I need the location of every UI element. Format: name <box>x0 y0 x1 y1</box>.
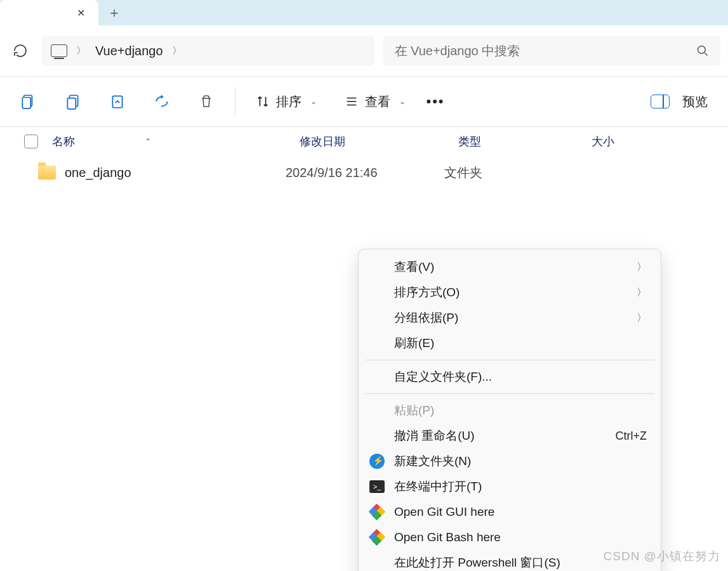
close-tab-icon[interactable]: ✕ <box>72 4 89 22</box>
column-type[interactable]: 类型 <box>458 134 592 149</box>
search-input[interactable] <box>395 44 646 58</box>
sort-label: 排序 <box>276 93 301 110</box>
active-tab[interactable]: ✕ <box>0 0 98 25</box>
cut-button[interactable] <box>55 86 91 117</box>
ctx-view[interactable]: 查看(V) 〉 <box>359 254 661 280</box>
svg-rect-2 <box>22 98 30 108</box>
column-size[interactable]: 大小 <box>592 134 668 149</box>
file-type: 文件夹 <box>444 164 578 181</box>
search-icon[interactable] <box>696 44 709 57</box>
separator <box>365 393 654 394</box>
tab-bar: ✕ ＋ <box>0 0 728 25</box>
chevron-down-icon: ⌄ <box>310 97 317 106</box>
git-icon <box>369 529 385 546</box>
share-button[interactable] <box>143 86 180 117</box>
chevron-right-icon: 〉 <box>172 44 182 58</box>
file-date: 2024/9/16 21:46 <box>286 166 444 180</box>
ctx-git-gui[interactable]: Open Git GUI here <box>359 499 661 525</box>
refresh-icon <box>13 43 28 58</box>
preview-label: 预览 <box>682 93 708 110</box>
preview-pane-icon <box>651 95 670 108</box>
separator <box>235 88 235 115</box>
address-bar-row: 〉 Vue+django 〉 <box>0 25 728 76</box>
new-folder-icon <box>369 453 385 469</box>
ctx-open-terminal[interactable]: >_ 在终端中打开(T) <box>359 474 661 499</box>
git-icon <box>369 504 385 520</box>
svg-point-0 <box>698 46 706 54</box>
breadcrumb[interactable]: 〉 Vue+django 〉 <box>42 36 374 66</box>
svg-rect-5 <box>112 96 122 107</box>
watermark: CSDN @小镇在努力 <box>604 548 720 565</box>
chevron-right-icon: 〉 <box>637 286 647 299</box>
view-button[interactable]: 查看 ⌄ <box>336 86 414 117</box>
toolbar: 排序 ⌄ 查看 ⌄ ••• 预览 <box>0 76 728 127</box>
ctx-customize-folder[interactable]: 自定义文件夹(F)... <box>359 364 661 390</box>
preview-button[interactable]: 预览 <box>642 86 717 117</box>
monitor-icon <box>51 44 67 57</box>
view-label: 查看 <box>365 93 390 110</box>
file-row[interactable]: one_django 2024/9/16 21:46 文件夹 <box>0 156 728 189</box>
ctx-undo-rename[interactable]: 撤消 重命名(U) Ctrl+Z <box>359 423 661 449</box>
ctx-new-folder[interactable]: 新建文件夹(N) <box>359 449 661 474</box>
paste-button[interactable] <box>99 86 136 117</box>
column-headers: 名称 ⌃ 修改日期 类型 大小 <box>0 127 728 156</box>
separator <box>365 360 654 360</box>
svg-rect-4 <box>67 98 76 109</box>
new-tab-button[interactable]: ＋ <box>98 0 130 25</box>
chevron-right-icon: 〉 <box>637 261 647 274</box>
view-icon <box>345 95 359 108</box>
refresh-button[interactable] <box>8 38 33 63</box>
plus-icon: ＋ <box>107 3 121 22</box>
more-button[interactable]: ••• <box>420 93 451 110</box>
shortcut-label: Ctrl+Z <box>616 430 647 443</box>
file-name: one_django <box>65 166 286 180</box>
ctx-git-bash[interactable]: Open Git Bash here <box>359 525 661 550</box>
folder-icon <box>38 166 56 180</box>
sort-button[interactable]: 排序 ⌄ <box>247 86 326 117</box>
search-box[interactable] <box>383 36 721 66</box>
delete-button[interactable] <box>188 86 225 117</box>
column-date[interactable]: 修改日期 <box>300 134 458 149</box>
chevron-right-icon: 〉 <box>76 44 86 58</box>
sort-icon <box>256 95 270 108</box>
context-menu: 查看(V) 〉 排序方式(O) 〉 分组依据(P) 〉 刷新(E) 自定义文件夹… <box>358 249 661 571</box>
chevron-right-icon: 〉 <box>637 312 647 325</box>
new-item-button[interactable] <box>10 86 47 117</box>
column-name[interactable]: 名称 ⌃ <box>52 134 300 149</box>
ctx-refresh[interactable]: 刷新(E) <box>359 331 661 356</box>
select-all-checkbox[interactable] <box>24 135 38 148</box>
sort-indicator-icon: ⌃ <box>145 137 151 146</box>
ctx-sort-by[interactable]: 排序方式(O) 〉 <box>359 280 661 305</box>
terminal-icon: >_ <box>369 478 385 495</box>
ctx-group-by[interactable]: 分组依据(P) 〉 <box>359 305 661 331</box>
breadcrumb-folder[interactable]: Vue+django <box>95 44 163 58</box>
chevron-down-icon: ⌄ <box>399 97 406 106</box>
ctx-paste: 粘贴(P) <box>359 398 661 423</box>
